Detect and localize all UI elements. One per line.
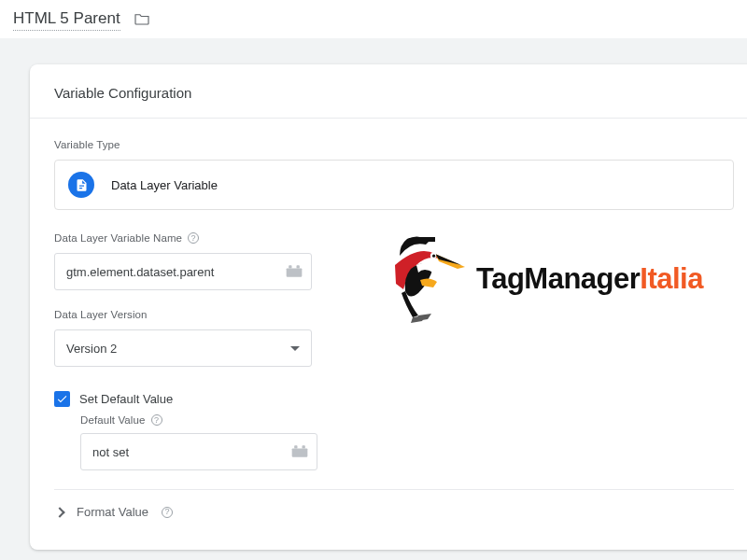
default-value-block: Default Value ? not set: [80, 414, 734, 470]
divider: [54, 489, 734, 490]
data-layer-variable-icon: [68, 172, 94, 198]
variable-type-label: Variable Type: [54, 139, 734, 150]
building-block-icon[interactable]: [290, 443, 309, 461]
svg-rect-1: [289, 265, 291, 268]
header-bar: HTML 5 Parent: [0, 0, 747, 38]
variable-type-name: Data Layer Variable: [111, 178, 218, 192]
variable-type-row[interactable]: Data Layer Variable: [54, 160, 734, 210]
svg-rect-4: [294, 445, 297, 448]
woodpecker-icon: [390, 228, 469, 330]
logo-text: TagManagerItalia: [476, 262, 703, 296]
set-default-label: Set Default Value: [79, 392, 173, 406]
svg-rect-0: [287, 268, 303, 276]
checkbox-checked-icon[interactable]: [54, 391, 70, 407]
chevron-down-icon: [290, 346, 300, 351]
svg-rect-5: [303, 445, 305, 448]
svg-rect-6: [420, 237, 435, 242]
svg-rect-3: [292, 448, 308, 456]
version-select[interactable]: Version 2: [54, 329, 312, 367]
default-value-label: Default Value ?: [80, 414, 734, 426]
workspace: Variable Configuration Variable Type Dat…: [0, 38, 747, 560]
divider: [30, 118, 747, 119]
folder-icon[interactable]: [134, 12, 150, 28]
variable-config-card: Variable Configuration Variable Type Dat…: [30, 64, 747, 550]
help-icon[interactable]: ?: [188, 232, 199, 244]
tagmanageritalia-logo: TagManagerItalia: [390, 223, 745, 335]
dlv-name-input[interactable]: gtm.element.dataset.parent: [54, 253, 312, 290]
chevron-right-icon: [54, 507, 64, 517]
building-block-icon[interactable]: [285, 263, 303, 281]
svg-rect-2: [297, 265, 300, 268]
format-value-expander[interactable]: Format Value ?: [54, 505, 734, 519]
page-title[interactable]: HTML 5 Parent: [13, 9, 120, 31]
default-value-input[interactable]: not set: [80, 433, 317, 470]
help-icon[interactable]: ?: [162, 507, 173, 518]
svg-point-8: [432, 255, 435, 258]
set-default-checkbox-row[interactable]: Set Default Value: [54, 391, 734, 407]
card-title: Variable Configuration: [54, 85, 734, 101]
help-icon[interactable]: ?: [151, 414, 162, 426]
